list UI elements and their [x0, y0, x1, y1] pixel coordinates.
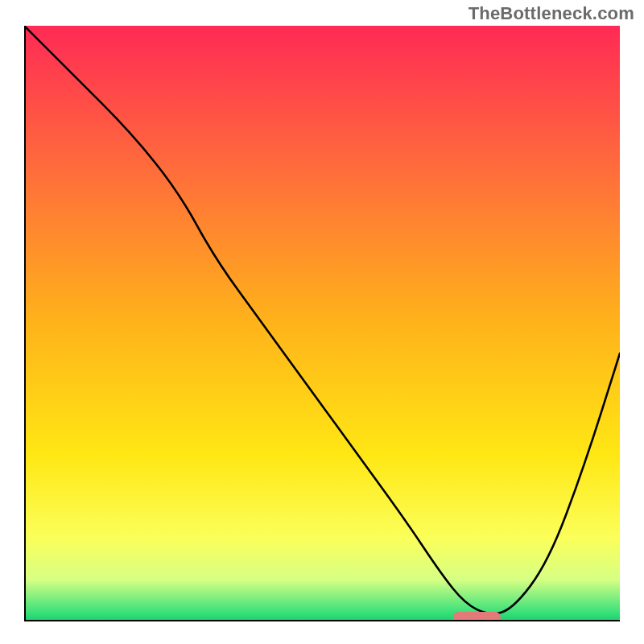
- watermark-label: TheBottleneck.com: [469, 3, 634, 24]
- plot-area: [24, 26, 620, 621]
- plot-svg: [24, 26, 620, 621]
- bottleneck-chart: TheBottleneck.com: [0, 0, 644, 644]
